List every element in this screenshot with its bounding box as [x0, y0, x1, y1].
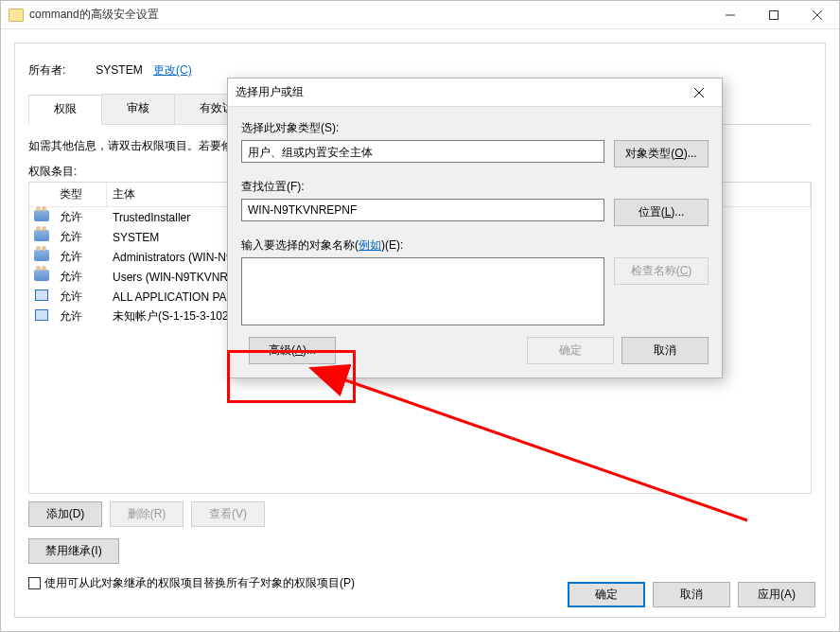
location-label: 查找位置(F): — [241, 179, 709, 195]
tab-auditing[interactable]: 审核 — [101, 94, 175, 124]
remove-button: 删除(R) — [110, 501, 184, 527]
add-button[interactable]: 添加(D) — [28, 501, 102, 527]
owner-label: 所有者: — [28, 62, 76, 79]
check-names-button: 检查名称(C) — [614, 257, 709, 285]
package-icon — [29, 309, 54, 324]
dialog-title: 选择用户或组 — [236, 84, 684, 100]
owner-row: 所有者: SYSTEM 更改(C) — [28, 62, 812, 79]
package-icon — [29, 290, 54, 304]
location-field: WIN-N9TKVNREPNF — [241, 199, 604, 221]
object-names-input[interactable] — [241, 257, 604, 325]
dialog-cancel-button[interactable]: 取消 — [621, 337, 709, 364]
example-link[interactable]: 例如 — [359, 238, 381, 252]
view-button: 查看(V) — [191, 501, 265, 527]
row-type: 允许 — [54, 308, 107, 325]
row-type: 允许 — [54, 269, 107, 285]
users-icon — [29, 230, 54, 244]
locations-button[interactable]: 位置(L)... — [614, 199, 709, 226]
object-type-label: 选择此对象类型(S): — [241, 120, 709, 136]
replace-children-checkbox[interactable] — [28, 577, 41, 589]
users-icon — [29, 250, 54, 264]
object-types-button[interactable]: 对象类型(O)... — [614, 140, 709, 167]
object-type-field: 用户、组或内置安全主体 — [241, 140, 604, 163]
dialog-ok-button: 确定 — [527, 337, 614, 364]
row-type: 允许 — [54, 289, 107, 305]
replace-children-label: 使用可从此对象继承的权限项目替换所有子对象的权限项目(P) — [44, 575, 355, 591]
close-button[interactable] — [796, 1, 839, 29]
object-names-label: 输入要选择的对象名称(例如)(E): — [241, 237, 709, 254]
advanced-button[interactable]: 高级(A)... — [249, 337, 336, 364]
users-icon — [29, 210, 54, 224]
ok-button[interactable]: 确定 — [568, 582, 645, 607]
row-type: 允许 — [54, 229, 107, 245]
maximize-button[interactable] — [752, 1, 796, 29]
folder-icon — [9, 9, 24, 22]
titlebar: command的高级安全设置 — [1, 1, 839, 29]
apply-button[interactable]: 应用(A) — [738, 582, 815, 607]
window-title: command的高级安全设置 — [29, 7, 709, 23]
change-owner-link[interactable]: 更改(C) — [153, 63, 192, 77]
select-user-group-dialog: 选择用户或组 选择此对象类型(S): 用户、组或内置安全主体 对象类型(O)..… — [227, 78, 723, 378]
svg-rect-1 — [770, 10, 779, 19]
cancel-button[interactable]: 取消 — [653, 582, 730, 607]
tab-permissions[interactable]: 权限 — [28, 95, 102, 125]
dialog-titlebar: 选择用户或组 — [228, 79, 722, 107]
users-icon — [29, 270, 54, 284]
dialog-close-button[interactable] — [684, 81, 714, 104]
row-type: 允许 — [54, 209, 107, 225]
owner-value: SYSTEM — [96, 63, 142, 77]
disable-inheritance-button[interactable]: 禁用继承(I) — [28, 538, 119, 564]
col-type[interactable]: 类型 — [54, 183, 107, 206]
row-type: 允许 — [54, 249, 107, 265]
minimize-button[interactable] — [709, 1, 752, 29]
